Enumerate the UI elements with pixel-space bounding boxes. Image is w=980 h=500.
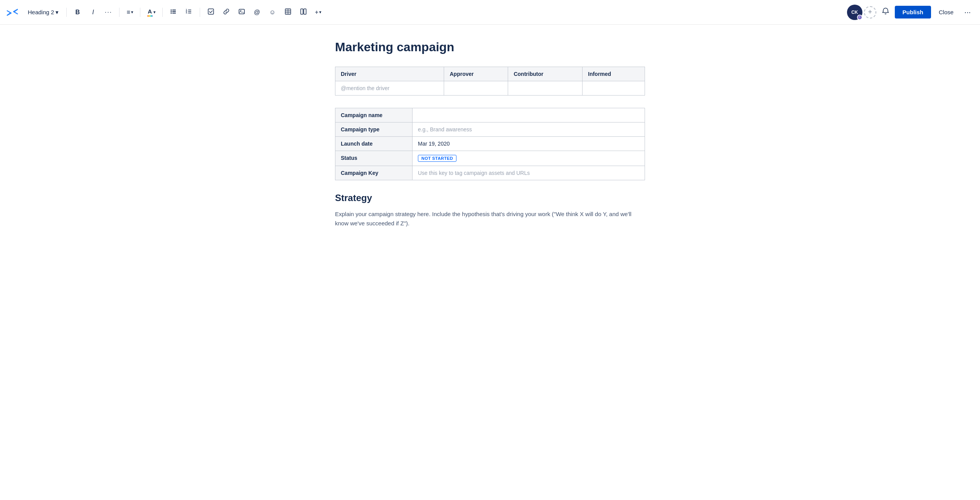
chevron-down-icon: ▾ [153, 10, 155, 14]
heading-label: Heading 2 [28, 9, 54, 15]
ordered-list-icon: 1.2.3. [186, 8, 192, 16]
svg-rect-20 [301, 9, 303, 14]
roles-header-row: Driver Approver Contributor Informed [335, 67, 645, 81]
details-table-wrapper: Campaign nameCampaign typee.g., Brand aw… [335, 108, 645, 180]
publish-button[interactable]: Publish [895, 6, 931, 18]
svg-rect-13 [239, 9, 244, 14]
bullet-list-button[interactable] [167, 6, 180, 18]
emoji-icon: ☺ [269, 9, 276, 16]
svg-point-2 [170, 11, 172, 12]
status-badge: NOT STARTED [418, 155, 456, 162]
strategy-body[interactable]: Explain your campaign strategy here. Inc… [335, 210, 645, 228]
contributor-cell[interactable] [508, 81, 583, 96]
details-row: Campaign KeyUse this key to tag campaign… [335, 166, 645, 180]
svg-rect-12 [208, 9, 214, 14]
svg-point-14 [240, 10, 241, 11]
text-color-icon: A [147, 8, 153, 17]
avatar[interactable]: CK C [847, 5, 862, 20]
details-row: StatusNOT STARTED [335, 151, 645, 166]
svg-point-0 [170, 9, 172, 10]
svg-text:3.: 3. [186, 12, 188, 14]
driver-header: Driver [335, 67, 444, 81]
details-row: Campaign name [335, 108, 645, 122]
table-icon [285, 8, 291, 16]
close-button[interactable]: Close [934, 6, 958, 18]
detail-label-2: Launch date [335, 137, 413, 151]
svg-rect-3 [172, 11, 176, 12]
mention-icon: @ [254, 9, 260, 16]
collaborators: CK C + [847, 5, 876, 20]
divider-5 [200, 8, 200, 17]
divider-1 [66, 8, 67, 17]
confluence-logo-icon[interactable] [6, 6, 19, 18]
detail-label-3: Status [335, 151, 413, 166]
notify-button[interactable] [879, 6, 892, 18]
avatar-badge: C [857, 15, 862, 20]
divider-4 [162, 8, 163, 17]
svg-rect-7 [188, 10, 191, 10]
image-button[interactable] [236, 6, 248, 18]
svg-rect-5 [172, 13, 176, 13]
detail-value-2[interactable]: Mar 19, 2020 [413, 137, 645, 151]
approver-cell[interactable] [444, 81, 508, 96]
details-row: Launch dateMar 19, 2020 [335, 137, 645, 151]
svg-rect-21 [304, 9, 306, 14]
insert-button[interactable]: + ▾ [313, 6, 323, 18]
image-icon [239, 8, 245, 16]
detail-label-1: Campaign type [335, 122, 413, 137]
toolbar: Heading 2 ▾ B I ··· ≡ ▾ A ▾ 1.2.3. [0, 0, 980, 25]
detail-label-0: Campaign name [335, 108, 413, 122]
mention-button[interactable]: @ [251, 6, 263, 18]
link-icon [223, 8, 229, 16]
chevron-down-icon: ▾ [56, 9, 59, 16]
roles-data-row: @mention the driver [335, 81, 645, 96]
add-collaborator-button[interactable]: + [864, 6, 876, 18]
roles-table-wrapper: Driver Approver Contributor Informed @me… [335, 67, 645, 96]
svg-rect-15 [285, 9, 291, 14]
heading-selector[interactable]: Heading 2 ▾ [25, 7, 62, 17]
roles-table: Driver Approver Contributor Informed @me… [335, 67, 645, 96]
divider-2 [119, 8, 120, 17]
align-button[interactable]: ≡ ▾ [124, 6, 135, 18]
chevron-down-icon: ▾ [131, 10, 133, 14]
svg-point-4 [170, 12, 172, 13]
bold-button[interactable]: B [71, 6, 84, 18]
layout-button[interactable] [297, 6, 310, 18]
content-area: Marketing campaign Driver Approver Contr… [317, 25, 663, 259]
detail-value-3[interactable]: NOT STARTED [413, 151, 645, 166]
link-button[interactable] [220, 6, 232, 18]
detail-label-4: Campaign Key [335, 166, 413, 180]
more-options-button[interactable]: ··· [961, 6, 974, 18]
layout-icon [300, 8, 306, 16]
table-button[interactable] [282, 6, 294, 18]
emoji-button[interactable]: ☺ [266, 6, 279, 18]
contributor-header: Contributor [508, 67, 583, 81]
more-format-button[interactable]: ··· [102, 6, 115, 18]
plus-icon: + [315, 9, 318, 16]
svg-rect-9 [188, 11, 191, 12]
align-icon: ≡ [126, 9, 130, 16]
bullet-list-icon [170, 8, 177, 16]
chevron-down-icon: ▾ [319, 10, 321, 14]
driver-cell[interactable]: @mention the driver [335, 81, 444, 96]
task-icon [208, 8, 214, 16]
divider-3 [140, 8, 140, 17]
bell-icon [882, 7, 889, 17]
details-table: Campaign nameCampaign typee.g., Brand aw… [335, 108, 645, 180]
details-row: Campaign typee.g., Brand awareness [335, 122, 645, 137]
strategy-heading: Strategy [335, 193, 645, 203]
italic-button[interactable]: I [87, 6, 99, 18]
informed-cell[interactable] [583, 81, 645, 96]
task-button[interactable] [205, 6, 217, 18]
informed-header: Informed [583, 67, 645, 81]
detail-value-1[interactable]: e.g., Brand awareness [413, 122, 645, 137]
detail-value-0[interactable] [413, 108, 645, 122]
ordered-list-button[interactable]: 1.2.3. [183, 6, 195, 18]
detail-value-4[interactable]: Use this key to tag campaign assets and … [413, 166, 645, 180]
approver-header: Approver [444, 67, 508, 81]
svg-rect-11 [188, 13, 191, 13]
text-color-button[interactable]: A ▾ [145, 6, 158, 18]
svg-rect-1 [172, 10, 176, 10]
page-title[interactable]: Marketing campaign [335, 40, 645, 54]
